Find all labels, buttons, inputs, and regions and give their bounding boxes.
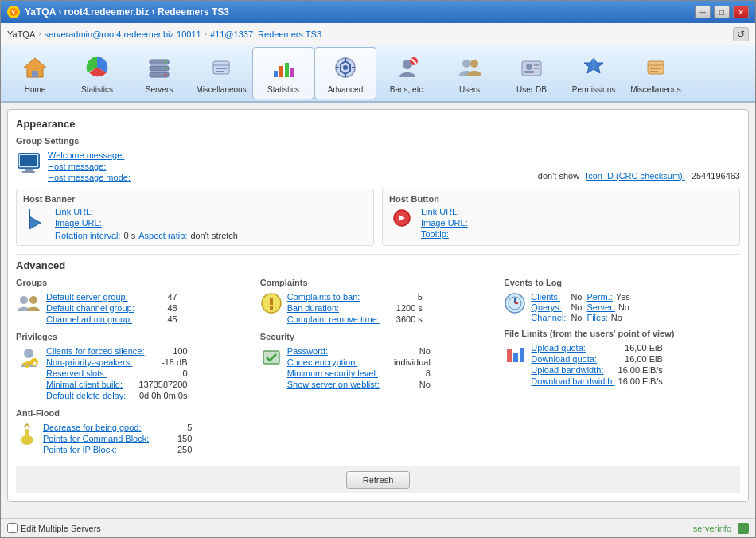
anti-flood-icon bbox=[16, 423, 38, 456]
points-cmd-link[interactable]: Points for Command Block: bbox=[43, 434, 149, 443]
points-ip-link[interactable]: Points for IP Block: bbox=[43, 445, 149, 454]
toolbar-permissions[interactable]: Permissions bbox=[563, 47, 625, 99]
refresh-button[interactable]: Refresh bbox=[346, 471, 411, 489]
security-content: Password: No Codec encryption: individua… bbox=[260, 346, 497, 391]
hbtn-link-url[interactable]: Link URL: bbox=[421, 207, 468, 216]
svg-rect-51 bbox=[25, 429, 29, 440]
anti-flood-title: Anti-Flood bbox=[16, 408, 252, 418]
groups-data: Default server group: 47 Default channel… bbox=[46, 292, 177, 326]
security-data: Password: No Codec encryption: individua… bbox=[287, 346, 431, 391]
statistics2-icon bbox=[269, 53, 298, 82]
events-clients-link[interactable]: Clients: bbox=[531, 292, 566, 302]
host-message-mode-link[interactable]: Host message mode: bbox=[48, 173, 131, 182]
security-title: Security bbox=[260, 332, 497, 341]
edit-multiple-label[interactable]: Edit Multiple Servers bbox=[7, 523, 101, 533]
download-quota-val: 16,00 EiB bbox=[625, 354, 663, 364]
toolbar-users[interactable]: Users bbox=[438, 47, 501, 99]
aspect-ratio-label[interactable]: Aspect ratio: bbox=[138, 231, 187, 240]
file-limits-data: Upload quota: 16,00 EiB Download quota: … bbox=[531, 343, 662, 388]
file-limits-title: File Limits (from the users' point of vi… bbox=[504, 329, 740, 338]
svg-rect-15 bbox=[285, 63, 289, 77]
channel-admin-group-val: 45 bbox=[138, 314, 177, 324]
ban-duration-row: Ban duration: 1200 s bbox=[287, 303, 423, 313]
complaint-remove-val: 3600 s bbox=[383, 314, 423, 324]
complaints-ban-link[interactable]: Complaints to ban: bbox=[287, 292, 380, 302]
svg-rect-61 bbox=[513, 353, 518, 362]
toolbar-misc2-label: Miscellaneous bbox=[630, 85, 680, 94]
addr-segment-3[interactable]: #11@1337: Redeemers TS3 bbox=[210, 29, 321, 39]
clients-forced-link[interactable]: Clients for forced silence: bbox=[46, 346, 145, 356]
events-querys-link[interactable]: Querys: bbox=[531, 302, 566, 312]
settings-links: Welcome message: Host message: Host mess… bbox=[48, 150, 131, 182]
security-icon bbox=[260, 346, 283, 391]
privileges-data: Clients for forced silence: 100 Non-prio… bbox=[46, 346, 188, 402]
reserved-slots-link[interactable]: Reserved slots: bbox=[46, 368, 145, 378]
toolbar-home-label: Home bbox=[25, 85, 46, 94]
hbtn-tooltip[interactable]: Tooltip: bbox=[421, 229, 468, 239]
channel-admin-group-link[interactable]: Channel admin group: bbox=[46, 314, 134, 324]
rotation-interval-label[interactable]: Rotation interval: bbox=[55, 231, 121, 240]
toolbar-advanced[interactable]: Advanced bbox=[314, 47, 376, 99]
toolbar-users-label: Users bbox=[459, 85, 480, 94]
toolbar-bans-label: Bans, etc. bbox=[390, 85, 425, 94]
default-delete-link[interactable]: Default delete delay: bbox=[46, 391, 136, 400]
svg-text:★: ★ bbox=[32, 360, 37, 367]
host-msg-mode-val: don't show bbox=[538, 171, 579, 181]
aspect-ratio-val: don't stretch bbox=[190, 231, 238, 240]
complaint-remove-link[interactable]: Complaint remove time: bbox=[287, 314, 380, 324]
non-priority-row: Non-priority-speakers: -18 dB bbox=[46, 357, 188, 367]
toolbar-servers[interactable]: Servers bbox=[128, 47, 190, 99]
toolbar-userdb[interactable]: User DB bbox=[501, 47, 563, 99]
icon-id-label[interactable]: Icon ID (CRC checksum): bbox=[586, 171, 685, 181]
points-ip-val: 250 bbox=[152, 445, 192, 454]
edit-multiple-checkbox[interactable] bbox=[7, 523, 18, 533]
weblist-link[interactable]: Show server on weblist: bbox=[287, 380, 380, 389]
events-server-link[interactable]: Server: bbox=[586, 302, 614, 312]
svg-point-26 bbox=[462, 60, 470, 68]
toolbar-statistics1[interactable]: Statistics bbox=[66, 47, 128, 99]
toolbar-statistics2[interactable]: Statistics bbox=[252, 47, 314, 99]
hbtn-image-url[interactable]: Image URL: bbox=[421, 218, 468, 228]
min-sec-link[interactable]: Minimum security level: bbox=[287, 368, 380, 378]
host-message-link[interactable]: Host message: bbox=[48, 162, 131, 171]
password-link[interactable]: Password: bbox=[287, 346, 380, 356]
col1: Groups Default server group: 47 bbox=[16, 278, 252, 456]
default-channel-group-link[interactable]: Default channel group: bbox=[46, 303, 134, 313]
clients-forced-row: Clients for forced silence: 100 bbox=[46, 346, 188, 356]
back-button[interactable]: ↺ bbox=[733, 27, 749, 41]
toolbar-home[interactable]: Home bbox=[4, 47, 66, 99]
addr-segment-2[interactable]: serveradmin@root4.redeemer.biz:10011 bbox=[45, 29, 201, 39]
toolbar-bans[interactable]: Bans, etc. bbox=[376, 47, 438, 99]
upload-bw-link[interactable]: Upload bandwidth: bbox=[531, 365, 614, 375]
toolbar-misc2[interactable]: Miscellaneous bbox=[625, 47, 687, 99]
events-perm-link[interactable]: Perm.: bbox=[586, 292, 612, 302]
download-bw-link[interactable]: Download bandwidth: bbox=[531, 376, 614, 386]
codec-enc-val: individual bbox=[383, 357, 431, 367]
default-channel-group-val: 48 bbox=[138, 303, 177, 313]
close-button[interactable]: ✕ bbox=[733, 6, 749, 18]
appearance-row: Group Settings Welcome message: Host mes… bbox=[16, 136, 740, 182]
minimize-button[interactable]: ─ bbox=[695, 6, 711, 18]
host-button-block: Host Button Link URL: Image URL: Tooltip… bbox=[382, 189, 740, 246]
non-priority-link[interactable]: Non-priority-speakers: bbox=[46, 357, 145, 367]
default-server-group-link[interactable]: Default server group: bbox=[46, 292, 134, 302]
codec-enc-link[interactable]: Codec encryption: bbox=[287, 357, 380, 367]
welcome-message-link[interactable]: Welcome message: bbox=[48, 150, 131, 160]
decrease-good-link[interactable]: Decrease for being good: bbox=[43, 423, 149, 432]
banner-image-url[interactable]: Image URL: bbox=[55, 218, 238, 228]
download-quota-link[interactable]: Download quota: bbox=[531, 354, 622, 364]
toolbar-misc1-label: Miscellaneous bbox=[196, 85, 246, 94]
complaints-title: Complaints bbox=[260, 278, 497, 287]
toolbar-misc1[interactable]: Miscellaneous bbox=[190, 47, 252, 99]
col3: Events to Log Clients: No Perm.: bbox=[504, 278, 740, 456]
events-files-pair: Files: No bbox=[586, 313, 629, 322]
minimal-client-link[interactable]: Minimal client build: bbox=[46, 380, 135, 389]
banner-icon bbox=[23, 207, 49, 232]
upload-quota-link[interactable]: Upload quota: bbox=[531, 343, 622, 353]
events-files-link[interactable]: Files: bbox=[586, 313, 607, 322]
events-channel-link[interactable]: Channel: bbox=[531, 313, 566, 322]
ban-duration-link[interactable]: Ban duration: bbox=[287, 303, 380, 313]
banner-link-url[interactable]: Link URL: bbox=[55, 207, 238, 216]
maximize-button[interactable]: □ bbox=[714, 6, 730, 18]
svg-point-8 bbox=[165, 73, 167, 76]
